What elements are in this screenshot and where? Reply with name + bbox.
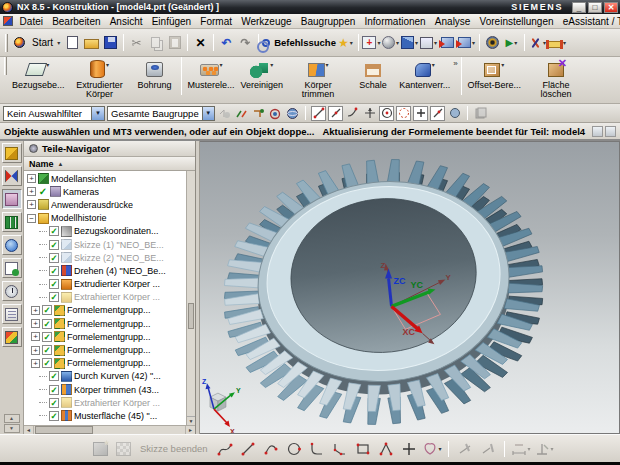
hole-button[interactable]: Bohrung: [132, 57, 178, 103]
web-browser-button[interactable]: [2, 235, 22, 255]
snap-endpoint-toggle[interactable]: [311, 106, 326, 121]
expand-icon[interactable]: +: [31, 306, 40, 315]
shell-button[interactable]: Schale: [350, 57, 396, 103]
open-file-button[interactable]: [82, 33, 101, 53]
checkbox-icon[interactable]: ✓: [49, 371, 59, 381]
snap-quadrant-toggle[interactable]: [396, 106, 411, 121]
scroll-right-button[interactable]: ►: [185, 426, 195, 434]
checkbox-icon[interactable]: ✓: [49, 240, 59, 250]
expand-icon[interactable]: +: [27, 200, 36, 209]
true-shading-button[interactable]: [483, 33, 502, 53]
menu-einfuegen[interactable]: Einfügen: [147, 16, 196, 27]
chevron-down-icon[interactable]: ▾: [106, 62, 109, 68]
expand-icon[interactable]: +: [27, 187, 36, 196]
menu-ansicht[interactable]: Ansicht: [105, 16, 147, 27]
menu-eassistant-tbk[interactable]: eAssistant / TBK: [558, 16, 620, 27]
checkbox-icon[interactable]: ✓: [42, 345, 52, 355]
offset-region-button[interactable]: ▾ Offset-Bere...: [465, 57, 524, 103]
menu-informationen[interactable]: Informationen: [360, 16, 430, 27]
expand-icon[interactable]: +: [31, 346, 40, 355]
studio-spline-button[interactable]: ▾: [422, 439, 442, 459]
checkbox-icon[interactable]: ✓: [49, 253, 59, 263]
prompt-bar-icon[interactable]: [592, 126, 603, 137]
edit-section-button[interactable]: ▾: [457, 33, 476, 53]
reuse-library-button[interactable]: [2, 212, 22, 232]
menu-voreinstellungen[interactable]: Voreinstellungen: [475, 16, 558, 27]
constraint-navigator-button[interactable]: [2, 166, 22, 186]
menu-bearbeiten[interactable]: Bearbeiten: [48, 16, 106, 27]
assembly-navigator-button[interactable]: [2, 143, 22, 163]
tree-item[interactable]: +✓Formelementgrupp...: [24, 304, 186, 317]
delete-face-button[interactable]: Fläche löschen: [524, 57, 588, 103]
measure-button[interactable]: ▾: [528, 33, 547, 53]
sphere-select-button[interactable]: [285, 106, 300, 121]
wireframe-view-button[interactable]: ▾: [419, 33, 438, 53]
sort-asc-icon[interactable]: ▲: [58, 161, 64, 167]
rectangle-tool-button[interactable]: [353, 439, 373, 459]
gear-model[interactable]: ZC YC XC Z Y Z Y X: [200, 142, 619, 433]
checkbox-icon[interactable]: ✓: [49, 226, 59, 236]
chevron-down-icon[interactable]: ▾: [528, 445, 531, 452]
rotate-view-button[interactable]: [268, 106, 283, 121]
snap-midpoint-toggle[interactable]: [328, 106, 343, 121]
maximize-button[interactable]: □: [588, 2, 602, 13]
column-header[interactable]: Name ▲: [24, 157, 195, 171]
collapse-icon[interactable]: −: [27, 214, 36, 223]
constraints-button[interactable]: ▾: [534, 439, 554, 459]
part-navigator-button[interactable]: [2, 189, 22, 209]
show-hide-button[interactable]: ★▾: [336, 33, 355, 53]
polygon-tool-button[interactable]: [376, 439, 396, 459]
tree-item[interactable]: ✓Bezugskoordinaten...: [24, 225, 186, 238]
selection-bar-icon[interactable]: [473, 106, 488, 121]
tree-item[interactable]: ✓Skizze (1) "NEO_BE...: [24, 238, 186, 251]
tree-item[interactable]: ✓Extrudierter Körper ...: [24, 278, 186, 291]
quick-trim-button[interactable]: [455, 439, 475, 459]
edge-blend-button[interactable]: ▾ Kantenverr...: [396, 57, 453, 103]
start-menu-button[interactable]: Start▾: [29, 33, 63, 53]
shaded-view-button[interactable]: ▾: [381, 33, 400, 53]
selection-filter-dropdown[interactable]: Kein Auswahlfilter ▼: [3, 106, 105, 121]
history-button[interactable]: [2, 281, 22, 301]
quick-extend-button[interactable]: [478, 439, 498, 459]
toolbar-grip[interactable]: [5, 34, 8, 52]
undo-button[interactable]: ↶: [217, 33, 236, 53]
dimension-button[interactable]: ▾: [511, 439, 531, 459]
tree-item[interactable]: ✓Durch Kurven (42) "...: [24, 370, 186, 383]
section-view-button[interactable]: [438, 33, 457, 53]
snap-tangent-toggle[interactable]: [345, 106, 360, 121]
snap-point-on-curve-toggle[interactable]: [430, 106, 445, 121]
menu-baugruppen[interactable]: Baugruppen: [296, 16, 360, 27]
chevron-down-icon[interactable]: ▾: [270, 62, 273, 68]
snap-existing-point-toggle[interactable]: [413, 106, 428, 121]
profile-tool-button[interactable]: [215, 439, 235, 459]
tree-item[interactable]: ✓Extrahierter Körper ...: [24, 396, 186, 409]
chevron-down-icon[interactable]: ▾: [501, 62, 504, 68]
command-search-button[interactable]: Befehlssuche: [262, 33, 336, 53]
tree-item[interactable]: +✓Formelementgrupp...: [24, 357, 186, 370]
menu-datei[interactable]: Datei: [15, 16, 48, 27]
tree-item[interactable]: +✓Kameras: [24, 185, 186, 198]
checkbox-icon[interactable]: ✓: [49, 385, 59, 395]
menu-analyse[interactable]: Analyse: [430, 16, 475, 27]
selection-scope-dropdown[interactable]: Gesamte Baugruppe ▼: [107, 106, 215, 121]
tree-item[interactable]: +✓Formelementgrupp...: [24, 317, 186, 330]
minimize-button[interactable]: _: [572, 2, 586, 13]
redo-button[interactable]: ↷: [236, 33, 255, 53]
tree-item[interactable]: +Modellansichten: [24, 172, 186, 185]
sketch-button[interactable]: [90, 439, 110, 459]
tree-item[interactable]: ✓Musterfläche (45) "...: [24, 409, 186, 422]
checkbox-icon[interactable]: ✓: [49, 398, 59, 408]
select-touching-button[interactable]: [234, 106, 249, 121]
scroll-up-button[interactable]: ▲: [4, 414, 20, 423]
chevron-down-icon[interactable]: ▾: [551, 445, 554, 452]
arc-tool-button[interactable]: [261, 439, 281, 459]
select-all-button[interactable]: [217, 106, 232, 121]
menu-format[interactable]: Format: [196, 16, 237, 27]
fit-view-button[interactable]: +▾: [362, 33, 381, 53]
prompt-bar-icon[interactable]: [605, 126, 616, 137]
datum-plane-button[interactable]: ▾ Bezugsebe...: [9, 57, 68, 103]
chevron-down-icon[interactable]: ▾: [326, 62, 329, 68]
trim-body-button[interactable]: ▾ Körper trimmen: [286, 57, 350, 103]
chevron-down-icon[interactable]: ▾: [220, 62, 223, 68]
menu-werkzeuge[interactable]: Werkzeuge: [237, 16, 297, 27]
